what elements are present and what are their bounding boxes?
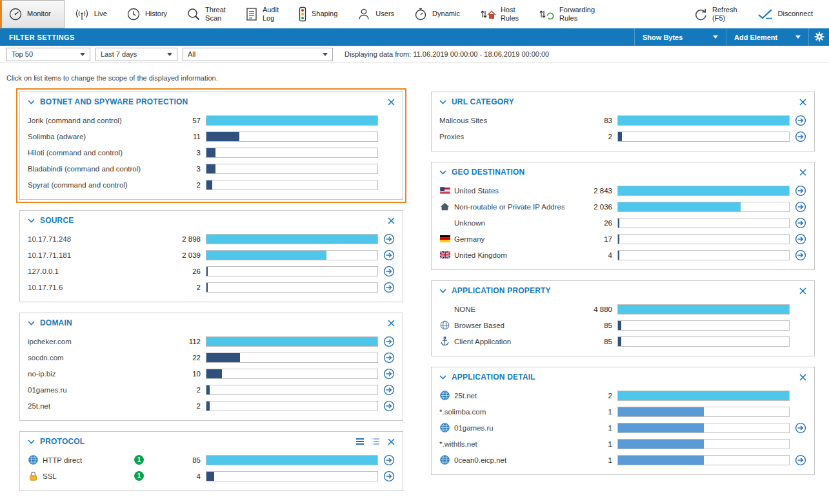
toolbar-item-users[interactable]: Users (347, 0, 404, 28)
list-item[interactable]: *.withtls.net1 (439, 436, 806, 452)
add-element-dropdown[interactable]: Add Element (726, 28, 808, 46)
chevron-down-icon[interactable] (439, 289, 446, 293)
bar-fill (618, 423, 704, 432)
toolbar-item-live[interactable]: Live (65, 0, 117, 28)
drilldown-arrow-button[interactable] (790, 201, 806, 213)
list-item[interactable]: Non-routable or Private IP Addresses2 03… (439, 199, 806, 215)
drilldown-arrow-button[interactable] (378, 454, 395, 466)
drilldown-arrow-button[interactable] (790, 249, 806, 261)
top-filter-dropdown[interactable]: Top 50 (6, 48, 90, 61)
toolbar-item-shaping[interactable]: Shaping (288, 0, 347, 28)
list-item[interactable]: Hiloti (command and control)3 (28, 144, 395, 160)
toolbar-item-disconnect[interactable]: Disconnect (747, 0, 823, 28)
add-element-label: Add Element (734, 34, 777, 41)
chevron-down-icon[interactable] (439, 375, 446, 380)
chevron-down-icon[interactable] (28, 218, 35, 223)
toolbar-item-history[interactable]: History (117, 0, 177, 28)
close-icon[interactable] (388, 217, 395, 224)
list-item[interactable]: 01games.ru1 (439, 420, 806, 436)
drilldown-arrow-button[interactable] (790, 185, 806, 197)
list-item[interactable]: Proxies2 (439, 128, 806, 144)
drilldown-arrow-button[interactable] (790, 131, 806, 142)
drilldown-arrow-button[interactable] (378, 336, 395, 347)
row-label: Hiloti (command and control) (28, 149, 123, 157)
list-item[interactable]: *.solimba.com1 (439, 403, 806, 420)
list-filled-icon[interactable] (355, 438, 365, 445)
list-item[interactable]: NONE4 880 (439, 301, 806, 317)
bar-fill (618, 321, 621, 330)
list-item[interactable]: United Kingdom4 (439, 247, 806, 263)
list-item[interactable]: Spyrat (command and control)2 (28, 177, 395, 193)
scope-filter-dropdown[interactable]: All (183, 48, 333, 61)
list-item[interactable]: Jorik (command and control)57 (28, 112, 395, 128)
close-icon[interactable] (388, 320, 395, 327)
list-item[interactable]: ipcheker.com112 (28, 333, 395, 349)
drilldown-arrow-button[interactable] (790, 233, 806, 245)
list-item[interactable]: United States2 843 (439, 182, 806, 199)
drilldown-arrow-button[interactable] (378, 282, 395, 293)
list-item[interactable]: 127.0.0.126 (28, 263, 395, 279)
row-label: SSL (43, 472, 57, 480)
drilldown-arrow-button[interactable] (378, 249, 395, 261)
list-item[interactable]: 10.17.71.2482 898 (28, 231, 395, 247)
toolbar-item-host-rules[interactable]: HostRules (470, 0, 528, 28)
toolbar-item-refresh[interactable]: Refresh(F5) (684, 0, 747, 28)
close-icon[interactable] (799, 169, 806, 176)
list-item[interactable]: 0cean0.eicp.net1 (439, 452, 806, 468)
list-item[interactable]: Germany17 (439, 231, 806, 247)
chevron-down-icon[interactable] (439, 170, 446, 175)
close-icon[interactable] (799, 374, 806, 381)
list-item[interactable]: Malicous Sites83 (439, 112, 806, 128)
close-icon[interactable] (388, 438, 395, 445)
row-label-area: 25t.net (439, 391, 567, 400)
drilldown-arrow-button[interactable] (378, 233, 395, 245)
chevron-down-icon[interactable] (28, 440, 35, 444)
list-item[interactable]: Unknown26 (439, 215, 806, 231)
chevron-down-icon[interactable] (439, 100, 446, 104)
list-outline-icon[interactable] (371, 438, 380, 445)
list-item[interactable]: 01games.ru2 (28, 382, 395, 398)
show-bytes-dropdown[interactable]: Show Bytes (634, 28, 726, 46)
drilldown-arrow-button[interactable] (790, 422, 806, 434)
settings-gear-button[interactable] (808, 28, 829, 46)
list-item[interactable]: Client Application85 (439, 333, 806, 349)
drilldown-arrow-button[interactable] (790, 454, 806, 466)
drilldown-arrow-button[interactable] (378, 352, 395, 363)
panel-title: GEO DESTINATION (452, 168, 524, 177)
toolbar-item-monitor[interactable]: Monitor (0, 0, 65, 28)
highlighted-panel-wrap: BOTNET AND SPYWARE PROTECTIONJorik (comm… (16, 88, 406, 203)
bar-track (617, 320, 790, 331)
drilldown-arrow-button[interactable] (790, 217, 806, 229)
close-icon[interactable] (799, 99, 806, 106)
chevron-down-icon[interactable] (28, 321, 35, 325)
close-icon[interactable] (799, 287, 806, 295)
list-item[interactable]: Browser Based85 (439, 317, 806, 333)
toolbar-item-label: ThreatScan (205, 6, 226, 23)
toolbar-item-threat-scan[interactable]: ThreatScan (177, 0, 235, 28)
toolbar-item-forwarding-rules[interactable]: ForwardingRules (528, 0, 604, 28)
list-item[interactable]: 25t.net2 (28, 398, 395, 414)
drilldown-arrow-button[interactable] (790, 115, 806, 126)
toolbar-item-dynamic[interactable]: Dynamic (404, 0, 470, 28)
period-filter-dropdown[interactable]: Last 7 days (95, 48, 177, 61)
list-item[interactable]: SSL14 (28, 468, 395, 484)
list-item[interactable]: no-ip.biz10 (28, 365, 395, 382)
row-label-area: Solimba (adware) (28, 133, 155, 141)
drilldown-arrow-button[interactable] (378, 384, 395, 396)
drilldown-arrow-button[interactable] (378, 266, 395, 277)
list-item[interactable]: Bladabindi (command and control)3 (28, 160, 395, 177)
chevron-down-icon[interactable] (28, 100, 35, 104)
list-item[interactable]: Solimba (adware)11 (28, 128, 395, 144)
drilldown-arrow-button[interactable] (378, 368, 395, 380)
list-item[interactable]: socdn.com22 (28, 349, 395, 365)
toolbar-item-audit-log[interactable]: AuditLog (235, 0, 288, 28)
row-label-area: 25t.net (28, 402, 155, 410)
list-item[interactable]: 10.17.71.1812 039 (28, 247, 395, 263)
drilldown-arrow-button[interactable] (378, 470, 395, 482)
list-item[interactable]: HTTP direct185 (28, 452, 395, 468)
drilldown-arrow-button[interactable] (378, 400, 395, 412)
display-range-text: Displaying data from: 11.06.2019 00:00:0… (345, 50, 549, 58)
list-item[interactable]: 10.17.71.62 (28, 279, 395, 295)
close-icon[interactable] (388, 99, 395, 106)
list-item[interactable]: 25t.net2 (439, 387, 806, 403)
